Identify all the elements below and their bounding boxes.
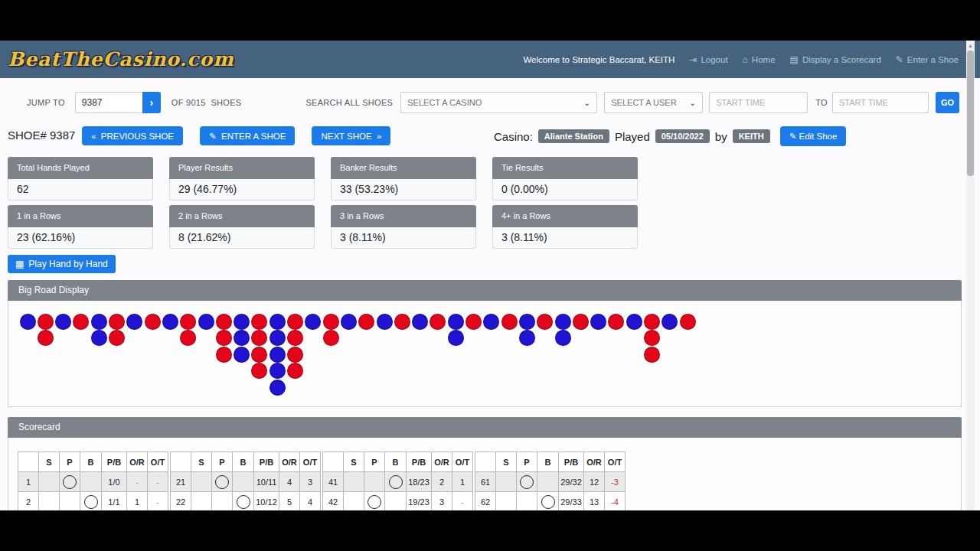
scorecard-col-header: O/R [432, 452, 452, 472]
result-b-cell [233, 492, 254, 511]
banker-dot [251, 347, 267, 363]
player-dot [412, 314, 428, 330]
banker-dot [216, 314, 232, 330]
result-p-cell [60, 492, 80, 511]
filter-row: JUMP TO › OF 9015 SHOES SEARCH ALL SHOES… [27, 92, 959, 113]
hand-number-cell: 1 [18, 472, 39, 492]
nav-link-label: Enter a Shoe [907, 55, 959, 64]
banker-dot [430, 314, 446, 330]
pb-count-cell: 10/12 [254, 492, 279, 511]
banker-dot [644, 330, 660, 346]
scorecard-col-header: B [233, 452, 254, 472]
scorecard-groups: SPBP/BO/RO/T11/0--21/11-SPBP/BO/RO/T2110… [18, 452, 952, 510]
chevron-down-icon: ⌄ [583, 98, 590, 108]
scorecard-col-header: S [496, 452, 517, 472]
player-dot [448, 314, 464, 330]
by-label: by [715, 130, 727, 143]
result-p-cell [517, 472, 537, 492]
player-dot [377, 314, 393, 330]
scrollbar-thumb[interactable] [967, 51, 974, 176]
or-count-cell: 1 [127, 492, 148, 511]
scrollbar-up-arrow-icon[interactable]: ▲ [966, 41, 975, 51]
pb-count-cell: 1/0 [102, 472, 127, 492]
pb-count-cell: 19/23 [407, 492, 432, 511]
stat-card-value: 62 [8, 179, 153, 201]
start-time-input[interactable] [709, 92, 808, 113]
stat-card-label: Player Results [169, 157, 315, 179]
pb-count-cell: 1/1 [102, 492, 127, 511]
casino-select[interactable]: SELECT A CASINO ⌄ [400, 92, 597, 113]
result-circle-icon [389, 475, 403, 489]
scorecard-col-header [171, 452, 191, 472]
hand-number-cell: 61 [475, 472, 496, 492]
user-select[interactable]: SELECT A USER ⌄ [604, 92, 703, 113]
site-logo[interactable]: BeatTheCasino.com [8, 48, 234, 70]
player-dot [55, 314, 71, 330]
banker-dot [216, 330, 232, 346]
banker-dot [608, 314, 624, 330]
result-circle-icon [237, 495, 250, 509]
scorecard-col-header: S [191, 452, 212, 472]
shoe-number: SHOE# 9387 [8, 129, 75, 142]
jump-go-button[interactable]: › [142, 92, 161, 113]
end-time-input[interactable] [832, 92, 929, 113]
previous-shoe-button[interactable]: « PREVIOUS SHOE [82, 126, 183, 145]
ot-count-cell: -4 [605, 492, 626, 511]
scorecard-row: 4118/2321 [323, 472, 473, 492]
hand-number-cell: 42 [323, 492, 344, 511]
scorecard-col-header: O/R [584, 452, 605, 472]
ot-count-cell: -3 [605, 472, 626, 492]
result-circle-icon [368, 495, 381, 509]
player-dot [270, 380, 286, 396]
ot-count-cell: - [148, 472, 168, 492]
scorecard-col-header: P [517, 452, 537, 472]
scorecard-body: SPBP/BO/RO/T11/0--21/11-SPBP/BO/RO/T2110… [8, 438, 962, 510]
banker-dot [73, 314, 89, 330]
player-dot [448, 330, 464, 346]
jump-to-input[interactable] [75, 92, 142, 113]
scorecard-header: Scorecard [8, 417, 962, 438]
scorecard-panel: Scorecard SPBP/BO/RO/T11/0--21/11-SPBP/B… [8, 417, 962, 510]
nav-link-enter-a-shoe[interactable]: ✎Enter a Shoe [896, 54, 959, 65]
stat-card-value: 8 (21.62%) [169, 227, 315, 249]
pb-count-cell: 18/23 [407, 472, 432, 492]
player-dot [162, 314, 178, 330]
next-shoe-button[interactable]: NEXT SHOE » [312, 126, 390, 145]
hand-number-cell: 41 [323, 472, 344, 492]
scorecard-col-header: P/B [102, 452, 127, 472]
scorecard-col-header: O/R [279, 452, 300, 472]
big-road-panel: Big Road Display [8, 280, 962, 407]
banker-dot [109, 314, 125, 330]
pb-count-cell: 29/33 [559, 492, 584, 511]
to-label: TO [815, 98, 828, 107]
scorecard-col-header: S [39, 452, 60, 472]
ot-count-cell: - [452, 492, 473, 511]
stat-card: 3 in a Rows3 (8.11%) [331, 205, 476, 249]
play-hand-by-hand-label: Play Hand by Hand [28, 259, 107, 269]
scorecard-table: SPBP/BO/RO/T4118/23214219/233- [322, 452, 473, 510]
nav-link-home[interactable]: ⌂Home [743, 54, 776, 65]
go-button[interactable]: GO [936, 92, 959, 113]
page-scrollbar[interactable]: ▲ [966, 41, 975, 510]
banker-dot [287, 314, 303, 330]
result-b-cell [385, 472, 407, 492]
or-count-cell: 13 [584, 492, 605, 511]
shoe-bar: SHOE# 9387 « PREVIOUS SHOE ✎ ENTER A SHO… [8, 126, 957, 146]
play-hand-by-hand-button[interactable]: ▦ Play Hand by Hand [8, 255, 116, 273]
search-all-shoes-label: SEARCH ALL SHOES [305, 98, 393, 107]
scorecard-col-header [475, 452, 496, 472]
result-circle-icon [541, 495, 555, 509]
nav-link-logout[interactable]: ⇥Logout [689, 54, 727, 65]
played-date-badge: 05/10/2022 [655, 129, 710, 143]
casino-info: Casino: Aliante Station Played 05/10/202… [494, 126, 846, 146]
stat-card-value: 3 (8.11%) [492, 227, 638, 249]
hand-number-cell: 62 [475, 492, 496, 511]
player-dot [555, 330, 571, 346]
hand-number-cell: 21 [171, 472, 191, 492]
edit-shoe-button[interactable]: ✎ Edit Shoe [780, 126, 847, 146]
result-b-cell [80, 472, 102, 492]
result-b-cell [233, 472, 254, 492]
enter-a-shoe-button[interactable]: ✎ ENTER A SHOE [200, 126, 295, 145]
nav-link-display-a-scorecard[interactable]: ▤Display a Scorecard [790, 54, 881, 65]
banker-dot [644, 314, 660, 330]
